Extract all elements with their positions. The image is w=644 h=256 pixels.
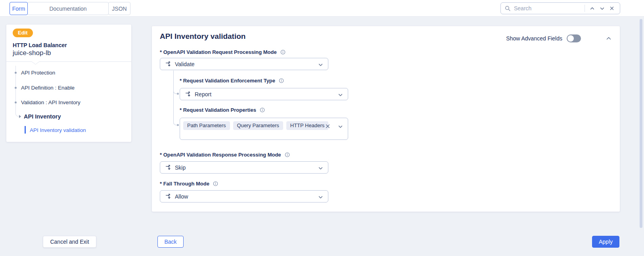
toggle-knob: [567, 35, 574, 42]
sidebar-divider: [6, 60, 131, 67]
info-icon[interactable]: [213, 181, 218, 186]
select-value: Report: [195, 91, 211, 97]
connector-dot: [177, 93, 179, 95]
tag-http-headers[interactable]: HTTP Headers: [286, 121, 328, 130]
sidebar-item-api-inventory[interactable]: API Inventory: [24, 113, 61, 120]
info-icon[interactable]: [279, 78, 284, 83]
enum-branch-icon: [165, 164, 171, 170]
request-processing-mode-select[interactable]: Validate: [160, 58, 328, 70]
search-divider: [585, 5, 585, 12]
validation-properties-label-row: * Request Validation Properties: [180, 107, 265, 113]
info-icon[interactable]: [285, 152, 290, 157]
nested-connector-elbow: [173, 90, 177, 94]
search-box: [500, 2, 620, 14]
chevron-up-icon: [590, 6, 595, 11]
view-tabs: Form Documentation JSON: [10, 2, 130, 15]
section-title: API Inventory validation: [160, 32, 245, 41]
edit-badge: Edit: [13, 29, 33, 37]
info-icon[interactable]: [280, 50, 286, 55]
response-processing-mode-select[interactable]: Skip: [160, 161, 328, 174]
enum-branch-icon: [165, 61, 171, 67]
tab-json[interactable]: JSON: [108, 2, 130, 15]
enforcement-type-label-row: * Request Validation Enforcement Type: [180, 78, 284, 84]
page: Form Documentation JSON Edit HTTP Load B…: [0, 0, 644, 256]
topbar: Form Documentation JSON: [0, 0, 644, 17]
selected-item-bar: [25, 126, 26, 134]
scrollbar[interactable]: [640, 19, 642, 228]
fall-through-mode-select[interactable]: Allow: [160, 190, 328, 203]
tree-bullet-icon: [15, 101, 17, 103]
advanced-fields-toggle[interactable]: [567, 34, 581, 42]
chevron-down-icon: [318, 165, 323, 172]
sidebar-item-api-inventory-validation[interactable]: API Inventory validation: [30, 127, 86, 133]
search-next-button[interactable]: [597, 5, 607, 12]
clear-all-icon[interactable]: [325, 123, 330, 130]
tag-path-parameters[interactable]: Path Parameters: [183, 121, 230, 130]
sidebar-item-api-protection[interactable]: API Protection: [21, 70, 55, 76]
nested-connector-elbow: [173, 122, 177, 125]
tree-bullet-icon: [15, 87, 17, 89]
form-panel: API Inventory validation Show Advanced F…: [152, 26, 620, 212]
select-value: Skip: [175, 164, 186, 171]
request-processing-mode-label-row: * OpenAPI Validation Request Processing …: [160, 49, 286, 55]
chevron-down-icon: [600, 6, 605, 11]
back-button[interactable]: Back: [157, 236, 184, 248]
enum-branch-icon: [185, 91, 191, 97]
field-label: * Request Validation Properties: [180, 107, 256, 113]
connector-dot: [177, 124, 179, 126]
search-close-button[interactable]: [607, 5, 617, 11]
enforcement-type-select[interactable]: Report: [180, 88, 348, 100]
nested-connector-line: [173, 71, 174, 122]
tag-query-parameters[interactable]: Query Parameters: [233, 121, 283, 130]
apply-button[interactable]: Apply: [592, 236, 619, 248]
sidebar-item-api-definition[interactable]: API Definition : Enable: [21, 85, 75, 91]
field-label: * OpenAPI Validation Request Processing …: [160, 49, 277, 55]
object-name: juice-shop-lb: [13, 49, 51, 57]
field-label: * Fall Through Mode: [160, 181, 209, 187]
chevron-down-icon: [318, 194, 323, 201]
chevron-up-icon: [606, 35, 612, 42]
tree-elbow: [15, 113, 19, 117]
tree-bullet-icon: [15, 72, 17, 74]
object-type-label: HTTP Load Balancer: [13, 42, 67, 48]
advanced-fields-label: Show Advanced Fields: [506, 35, 562, 42]
info-icon[interactable]: [260, 107, 265, 113]
tree-arrow-icon: [19, 115, 21, 118]
response-processing-mode-label-row: * OpenAPI Validation Response Processing…: [160, 152, 290, 158]
validation-properties-multiselect[interactable]: Path Parameters Query Parameters HTTP He…: [180, 118, 348, 140]
select-value: Allow: [175, 193, 188, 200]
chevron-down-icon: [338, 92, 343, 99]
search-input[interactable]: [514, 5, 582, 11]
cancel-and-exit-button[interactable]: Cancel and Exit: [43, 236, 96, 248]
collapse-section-button[interactable]: [606, 35, 612, 42]
advanced-fields-row: Show Advanced Fields: [506, 34, 612, 42]
select-value: Validate: [175, 61, 195, 67]
search-icon: [505, 6, 511, 11]
field-label: * Request Validation Enforcement Type: [180, 78, 275, 84]
sidebar: Edit HTTP Load Balancer juice-shop-lb AP…: [6, 25, 131, 142]
close-icon: [610, 6, 614, 11]
chevron-down-icon[interactable]: [338, 124, 343, 131]
sidebar-item-validation[interactable]: Validation : API Inventory: [21, 99, 80, 105]
field-label: * OpenAPI Validation Response Processing…: [160, 152, 281, 158]
tab-documentation[interactable]: Documentation: [27, 2, 109, 15]
fall-through-mode-label-row: * Fall Through Mode: [160, 181, 218, 187]
search-prev-button[interactable]: [587, 5, 597, 12]
chevron-down-icon: [318, 62, 323, 69]
tab-form[interactable]: Form: [10, 2, 28, 15]
enum-branch-icon: [165, 193, 171, 199]
